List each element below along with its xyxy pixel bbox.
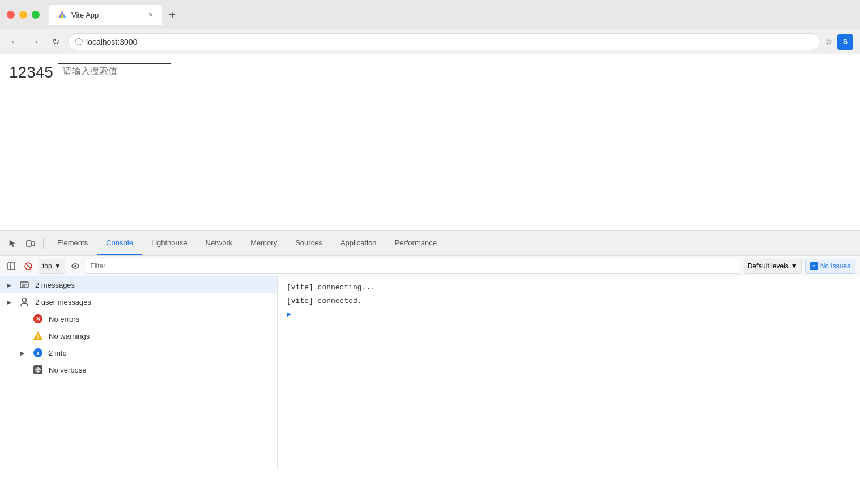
tab-memory[interactable]: Memory [241,231,286,255]
address-bar: ← → ↻ ⓘ localhost:3000 ☆ S [0,29,860,54]
address-text: localhost:3000 [86,37,137,46]
no-issues-badge[interactable]: ≡ No Issues [805,259,855,274]
device-icon [26,239,35,248]
tab-console[interactable]: Console [97,231,142,255]
cursor-icon [8,239,17,248]
sidebar-toggle-button[interactable] [5,259,18,273]
warning-icon: ! [33,331,43,341]
address-input-wrapper[interactable]: ⓘ localhost:3000 [68,33,820,50]
browser-tab[interactable]: Vite App × [49,5,162,25]
traffic-lights [7,11,40,19]
console-text: [vite] connecting... [287,282,375,293]
new-tab-button[interactable]: + [164,7,180,23]
info-icon: i [33,348,43,358]
svg-text:!: ! [37,334,39,340]
title-bar: Vite App × + [0,0,860,29]
messages-icon [19,280,29,290]
user-messages-label: 2 user messages [35,298,91,306]
clear-console-button[interactable] [22,259,35,273]
tab-application[interactable]: Application [331,231,386,255]
reload-button[interactable]: ↻ [48,34,63,50]
console-line: [vite] connected. [278,294,860,308]
default-levels-selector[interactable]: Default levels ▼ [744,259,802,274]
no-warnings-label: No warnings [49,332,90,340]
eye-button[interactable] [69,259,82,273]
page-number: 12345 [9,63,53,82]
chevron-down-icon: ▼ [791,262,798,270]
devtools-toolbar: Elements Console Lighthouse Network Memo… [0,231,860,256]
back-button[interactable]: ← [7,34,23,50]
tab-lighthouse[interactable]: Lighthouse [142,231,197,255]
error-icon: ✕ [33,314,43,324]
tab-network[interactable]: Network [197,231,242,255]
filter-row-messages[interactable]: ▶ 2 messages [0,276,277,293]
inspect-element-button[interactable] [5,236,20,251]
2-info-label: 2 info [49,349,67,357]
user-icon [19,297,29,307]
filter-input[interactable] [86,259,740,274]
device-toolbar-button[interactable] [23,236,39,251]
svg-rect-10 [20,282,28,288]
console-prompt-icon: ▶ [287,309,291,321]
console-prompt-line[interactable]: ▶ [278,307,860,322]
sidebar-icon [7,262,15,270]
console-sidebar: ▶ 2 messages ▶ [0,276,278,468]
console-output: [vite] connecting... [vite] connected. ▶ [278,276,860,468]
toolbar-separator [43,238,44,249]
messages-label: 2 messages [35,281,75,289]
console-text: [vite] connected. [287,296,362,307]
bookmark-button[interactable]: ☆ [825,36,833,47]
page-content: 12345 [0,54,860,230]
svg-rect-4 [8,263,15,270]
filter-row-no-verbose[interactable]: ▶ No verbose [0,361,277,378]
tab-close-button[interactable]: × [148,10,153,19]
devtools-panel: Elements Console Lighthouse Network Memo… [0,230,860,468]
expand-icon: ▶ [20,350,27,356]
chevron-down-icon: ▼ [54,262,61,270]
forward-button[interactable]: → [27,34,43,50]
verbose-icon [33,365,43,375]
devtools-tabs: Elements Console Lighthouse Network Memo… [48,231,855,255]
svg-rect-2 [27,241,31,246]
maximize-window-button[interactable] [32,11,40,19]
tab-bar: Vite App × + [49,5,853,25]
close-window-button[interactable] [7,11,15,19]
search-input[interactable] [58,63,171,79]
tab-elements[interactable]: Elements [48,231,97,255]
tab-title: Vite App [71,11,144,19]
eye-icon [71,263,79,270]
devtools-body: ▶ 2 messages ▶ [0,276,860,468]
context-selector[interactable]: top ▼ [39,259,65,274]
svg-point-9 [74,265,76,267]
console-bar: top ▼ Default levels ▼ ≡ No Issues [0,256,860,276]
filter-row-user-messages[interactable]: ▶ 2 user messages [0,293,277,310]
expand-icon: ▶ [7,282,14,288]
clear-icon [24,262,32,270]
no-errors-label: No errors [49,315,79,323]
svg-line-7 [25,263,31,269]
filter-row-no-warnings[interactable]: ▶ ! No warnings [0,327,277,344]
tab-performance[interactable]: Performance [385,231,445,255]
svg-point-13 [23,298,27,302]
filter-row-no-errors[interactable]: ▶ ✕ No errors [0,310,277,327]
tab-sources[interactable]: Sources [286,231,331,255]
extensions-icon[interactable]: S [837,34,853,50]
filter-row-2-info[interactable]: ▶ i 2 info [0,344,277,361]
issues-icon: ≡ [810,262,818,270]
expand-icon: ▶ [7,299,14,305]
console-line: [vite] connecting... [278,281,860,294]
no-verbose-label: No verbose [49,366,86,374]
address-info-icon: ⓘ [75,37,83,47]
minimize-window-button[interactable] [19,11,27,19]
svg-rect-3 [32,242,35,246]
vite-favicon [58,10,67,19]
